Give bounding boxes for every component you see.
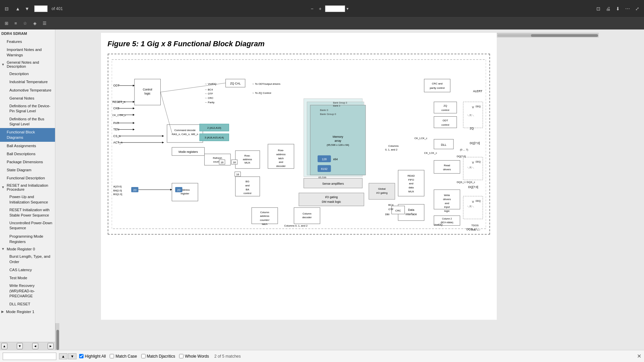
sidebar-collapse-mode-register-0[interactable]: ▼ Mode Register 0 [0,246,55,252]
page-title: Figure 5: 1 Gig x 8 Functional Block Dia… [108,40,490,48]
sidebar-item-features[interactable]: Features [0,38,55,46]
svg-text:CKE: CKE [113,107,119,110]
more-btn[interactable]: ⋯ [623,5,632,13]
svg-text:20: 20 [133,188,137,192]
sidebar-item-state-diagram[interactable]: State Diagram [0,166,55,174]
diacritics-label[interactable]: Match Djacritics [141,354,175,359]
svg-text:Bank Group 3: Bank Group 3 [333,102,347,104]
svg-text:⟍R⟍: ⟍R⟍ [466,166,474,169]
page-nav: ▲ ▼ [13,5,32,13]
expand-btn[interactable]: ⤢ [633,5,641,13]
sidebar-scroll-left-btn[interactable]: ◄ [32,343,38,349]
match-case-label[interactable]: Match Case [110,354,137,359]
svg-text:16: 16 [233,161,236,164]
sidebar-item-reset-stable-power[interactable]: RESET Initialization with Stable Power S… [0,206,55,219]
zoom-dropdown-btn[interactable]: ▾ [346,6,348,11]
svg-text:CRC and: CRC and [432,82,442,85]
sidebar-scroll[interactable]: DDR4 SDRAM Features Important Notes and … [0,29,55,342]
content-scroll[interactable]: Figure 5: 1 Gig x 8 Functional Block Dia… [55,29,644,323]
sidebar-item-cas-latency[interactable]: CAS Latency [0,266,55,274]
v-scroll-thumb[interactable] [56,330,59,350]
sidebar-item-definitions-bus[interactable]: Definitions of the Bus Signal Level [0,115,55,128]
sidebar-item-write-recovery[interactable]: Write Recovery (WR)/READ-to-PRECHARGE [0,282,55,300]
sidebar-item-package-dimensions[interactable]: Package Dimensions [0,158,55,166]
svg-text:16: 16 [220,161,223,164]
sidebar-scroll-down-btn[interactable]: ▼ [17,343,23,349]
svg-text:→ OTF: → OTF [204,92,213,95]
svg-text:and: and [445,202,449,205]
zoom-out-btn[interactable]: − [309,5,315,13]
sidebar-item-programming-mode[interactable]: Programming Mode Registers [0,232,55,246]
svg-text:CK_t, CK_c: CK_t, CK_c [112,114,126,117]
download-btn[interactable]: ⬇ [614,5,622,13]
search-next-btn[interactable]: ▼ [68,353,76,359]
svg-text:V: V [472,200,474,203]
vertical-scrollbar[interactable] [55,323,59,350]
sidebar-item-general-notes-sub[interactable]: General Notes [0,94,55,102]
svg-text:DBI_n /: DBI_n / [471,229,480,231]
search-close-btn[interactable]: ✕ [637,353,641,359]
panel-toggle-btn[interactable]: ⊟ [3,5,11,13]
svg-text:DM mask logic: DM mask logic [322,200,341,203]
fit-page-btn[interactable]: ⊡ [594,5,602,13]
h-scroll-thumb[interactable] [531,34,598,37]
print-btn[interactable]: 🖨 [604,5,612,13]
sidebar-item-burst-length[interactable]: Burst Length, Type, and Order [0,252,55,266]
tag-btn[interactable]: ◈ [31,20,39,27]
zoom-input[interactable]: 250% [325,5,345,12]
highlight-all-label[interactable]: Highlight All [79,354,106,359]
page-number-input[interactable]: 22 [34,5,48,12]
sidebar-item-important-notes[interactable]: Important Notes and Warnings [0,46,55,59]
svg-text:DLL: DLL [441,143,446,146]
sidebar-item-dll-reset[interactable]: DLL RESET [0,300,55,308]
sidebar-item-automotive-temp[interactable]: Automotive Temperature [0,86,55,94]
grid-view-btn[interactable]: ⊞ [3,20,10,27]
bookmark-btn[interactable]: ☆ [21,20,29,27]
content-area: Figure 5: 1 Gig x 8 Functional Block Dia… [55,29,644,350]
search-input[interactable]: tRTP [3,353,56,360]
svg-text:→ CRC: → CRC [204,97,213,100]
sidebar-item-test-mode[interactable]: Test Mode [0,274,55,282]
sidebar-item-ddr4[interactable]: DDR4 SDRAM [0,29,55,38]
outline-menu-btn[interactable]: ☰ [41,20,49,27]
sidebar-item-power-up-init[interactable]: Power-Up and Initialization Sequence [0,193,55,206]
sidebar-item-uncontrolled-power[interactable]: Uncontrolled Power-Down Sequence [0,219,55,232]
sidebar-item-general-notes-label: General Notes and Description [7,60,54,68]
svg-text:DQ[7:0]: DQ[7:0] [468,185,478,189]
svg-text:BA[1:0]: BA[1:0] [113,189,121,192]
svg-text:Memory: Memory [332,135,343,138]
sidebar-scroll-right-btn[interactable]: ► [48,343,54,349]
sidebar-collapse-mode-register-1[interactable]: ▶ Mode Register 1 [0,308,55,315]
sidebar-item-industrial-temp[interactable]: Industrial Temperature [0,78,55,86]
second-toolbar: ⊞ ≡ ☆ ◈ ☰ [0,17,644,29]
match-case-checkbox[interactable] [110,354,114,358]
sidebar-collapse-reset-init[interactable]: ▼ RESET and Initialization Procedure [0,182,55,193]
svg-text:⟍R⟍: ⟍R⟍ [466,114,474,117]
svg-text:2 (A12,A10): 2 (A12,A10) [207,126,221,129]
highlight-all-checkbox[interactable] [79,354,84,358]
sidebar-item-ball-assignments[interactable]: Ball Assignments [0,142,55,150]
sidebar-collapse-general-notes[interactable]: ▼ General Notes and Description [0,59,55,70]
chevron-down-icon-2: ▼ [1,185,5,189]
sidebar-item-functional-description[interactable]: Functional Description [0,174,55,182]
page-down-btn[interactable]: ▼ [23,5,32,13]
h-scroll-track[interactable] [497,34,598,37]
search-options: Highlight All Match Case Match Djacritic… [79,354,209,359]
match-case-text: Match Case [115,354,137,359]
list-view-btn[interactable]: ≡ [12,20,19,27]
zoom-in-btn[interactable]: + [317,5,324,13]
whole-words-checkbox[interactable] [179,354,183,358]
sidebar: DDR4 SDRAM Features Important Notes and … [0,29,55,350]
svg-text:Write: Write [444,194,450,197]
sidebar-item-functional-block-diagrams[interactable]: Functional Block Diagrams [0,128,55,141]
sidebar-item-description[interactable]: Description [0,70,55,78]
svg-text:Bank 3: Bank 3 [333,105,340,107]
sidebar-item-definitions-device[interactable]: Definitions of the Device-Pin Signal Lev… [0,102,55,115]
search-prev-btn[interactable]: ▲ [59,353,67,359]
page-up-btn[interactable]: ▲ [13,5,22,13]
horizontal-scrollbar[interactable] [497,33,599,38]
diacritics-checkbox[interactable] [141,354,146,358]
sidebar-scroll-up-btn[interactable]: ▲ [1,343,7,349]
sidebar-item-ball-descriptions[interactable]: Ball Descriptions [0,150,55,158]
whole-words-label[interactable]: Whole Words [179,354,209,359]
